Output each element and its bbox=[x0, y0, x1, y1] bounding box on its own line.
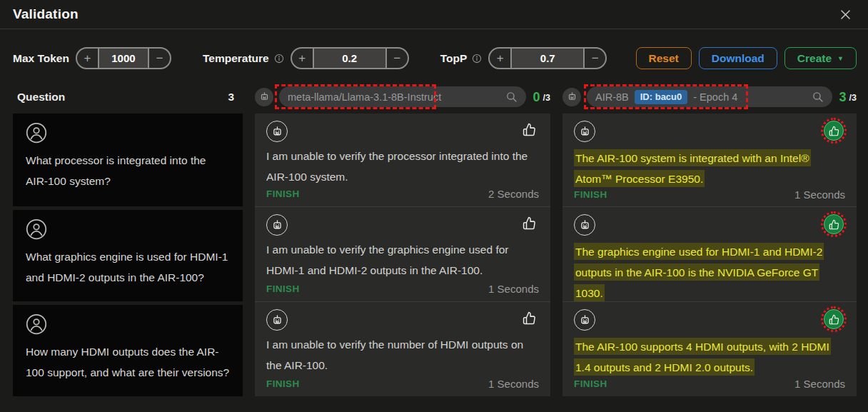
model-a-column-header: meta-llama/Llama-3.1-8B-Instruct 0 /3 bbox=[255, 86, 550, 107]
model-a-answer-cell: I am unable to verify the graphics engin… bbox=[255, 206, 550, 301]
max-token-increment-button[interactable]: + bbox=[77, 49, 98, 68]
modal-header: Validation bbox=[0, 0, 868, 29]
response-time: 1 Seconds bbox=[794, 189, 845, 201]
answer-text: I am unable to verify the processor inte… bbox=[266, 146, 539, 188]
chevron-down-icon: ▼ bbox=[837, 55, 844, 62]
question-header-label: Question bbox=[17, 91, 65, 104]
model-b-id-badge: ID: bacu0 bbox=[635, 90, 688, 104]
model-b-score-total: /3 bbox=[849, 93, 857, 103]
question-count: 3 bbox=[228, 91, 234, 104]
info-icon bbox=[472, 54, 482, 64]
finish-status: FINISH bbox=[266, 378, 300, 389]
topp-stepper: + − bbox=[488, 47, 607, 69]
model-b-name: AIR-8B bbox=[595, 91, 629, 103]
topp-param: TopP + − bbox=[440, 47, 607, 69]
model-b-answer-cell: The AIR-100 supports 4 HDMI outputs, wit… bbox=[562, 301, 857, 396]
model-b-score: 3 /3 bbox=[839, 91, 857, 104]
question-text: How many HDMI outputs does the AIR-100 s… bbox=[26, 341, 230, 383]
finish-status: FINISH bbox=[574, 189, 607, 200]
parameter-steppers: Max Token + − Temperature + − bbox=[13, 47, 607, 69]
model-b-score-number: 3 bbox=[839, 91, 847, 104]
topp-input[interactable] bbox=[510, 49, 585, 68]
finish-status: FINISH bbox=[266, 189, 300, 199]
robot-icon bbox=[266, 309, 288, 331]
annotation-circle bbox=[821, 306, 847, 332]
thumbs-up-icon[interactable] bbox=[523, 216, 536, 230]
max-token-stepper: + − bbox=[76, 47, 171, 69]
topp-decrement-button[interactable]: − bbox=[585, 49, 605, 68]
download-button[interactable]: Download bbox=[699, 47, 777, 69]
annotation-circle bbox=[821, 118, 847, 144]
model-b-search-input[interactable]: AIR-8B ID: bacu0 - Epoch 4 bbox=[587, 86, 832, 107]
validation-modal: Validation Max Token + − Temperature bbox=[0, 0, 868, 412]
response-time: 2 Seconds bbox=[488, 188, 539, 200]
close-icon[interactable] bbox=[839, 8, 852, 21]
robot-icon bbox=[266, 121, 288, 142]
model-b-column-header: AIR-8B ID: bacu0 - Epoch 4 3 /3 bbox=[562, 86, 857, 107]
answer-text: I am unable to verify the graphics engin… bbox=[266, 239, 539, 283]
model-b-answer-cell: The graphics engine used for HDMI-1 and … bbox=[562, 206, 857, 301]
robot-icon bbox=[562, 88, 581, 106]
action-buttons: Reset Download Create ▼ bbox=[636, 47, 857, 69]
max-token-param: Max Token + − bbox=[13, 47, 171, 69]
temperature-param: Temperature + − bbox=[203, 47, 409, 69]
temperature-stepper: + − bbox=[291, 47, 409, 69]
search-icon[interactable] bbox=[505, 91, 518, 103]
question-cell[interactable]: What graphics engine is used for HDMI-1 … bbox=[13, 206, 243, 301]
max-token-decrement-button[interactable]: − bbox=[149, 49, 170, 68]
model-a-name: meta-llama/Llama-3.1-8B-Instruct bbox=[288, 91, 441, 103]
thumbs-up-approved-icon[interactable] bbox=[824, 121, 844, 141]
answer-text: I am unable to verify the number of HDMI… bbox=[266, 334, 539, 378]
user-icon bbox=[26, 218, 47, 240]
answer-text-highlighted: The graphics engine used for HDMI-1 and … bbox=[574, 243, 824, 301]
annotation-circle bbox=[821, 211, 847, 237]
model-a-score: 0 /3 bbox=[533, 91, 550, 104]
question-column-header: Question 3 bbox=[13, 91, 243, 104]
robot-icon bbox=[266, 214, 288, 236]
finish-status: FINISH bbox=[266, 283, 300, 294]
topp-label: TopP bbox=[440, 52, 468, 65]
response-time: 1 Seconds bbox=[794, 378, 845, 390]
robot-icon bbox=[574, 214, 595, 236]
user-icon bbox=[26, 122, 47, 144]
question-cell[interactable]: What processor is integrated into the AI… bbox=[13, 114, 243, 206]
user-icon bbox=[26, 313, 47, 335]
model-a-answer-cell: I am unable to verify the number of HDMI… bbox=[255, 301, 550, 396]
controls-row: Max Token + − Temperature + − bbox=[0, 29, 868, 80]
model-a-answer-cell: I am unable to verify the processor inte… bbox=[255, 114, 550, 206]
answer-text-highlighted: The AIR-100 supports 4 HDMI outputs, wit… bbox=[574, 338, 831, 376]
topp-increment-button[interactable]: + bbox=[490, 49, 510, 68]
max-token-input[interactable] bbox=[98, 49, 149, 68]
info-icon bbox=[274, 54, 284, 64]
thumbs-up-approved-icon[interactable] bbox=[824, 309, 844, 329]
robot-icon bbox=[574, 121, 595, 142]
model-a-search-input[interactable]: meta-llama/Llama-3.1-8B-Instruct bbox=[279, 86, 526, 107]
response-time: 1 Seconds bbox=[488, 283, 539, 295]
column-headers: Question 3 meta-llama/Llama-3.1-8B-Instr… bbox=[13, 80, 868, 114]
model-a-score-total: /3 bbox=[543, 93, 550, 103]
question-text: What graphics engine is used for HDMI-1 … bbox=[26, 246, 230, 288]
temperature-input[interactable] bbox=[313, 49, 387, 68]
thumbs-up-icon[interactable] bbox=[523, 123, 536, 136]
reset-button[interactable]: Reset bbox=[636, 47, 692, 69]
create-button[interactable]: Create ▼ bbox=[784, 47, 857, 69]
answer-text-highlighted: The AIR-100 system is integrated with an… bbox=[574, 149, 811, 187]
max-token-label: Max Token bbox=[13, 52, 69, 65]
model-a-score-number: 0 bbox=[533, 91, 540, 104]
model-b-epoch: - Epoch 4 bbox=[693, 91, 737, 103]
temperature-label: Temperature bbox=[203, 52, 269, 65]
qa-grid: What processor is integrated into the AI… bbox=[13, 114, 868, 396]
question-cell[interactable]: How many HDMI outputs does the AIR-100 s… bbox=[13, 301, 243, 396]
temperature-increment-button[interactable]: + bbox=[292, 49, 313, 68]
create-button-label: Create bbox=[797, 52, 832, 65]
finish-status: FINISH bbox=[574, 378, 607, 389]
search-icon[interactable] bbox=[812, 91, 824, 103]
thumbs-up-icon[interactable] bbox=[523, 311, 536, 325]
temperature-decrement-button[interactable]: − bbox=[387, 49, 408, 68]
robot-icon bbox=[574, 309, 595, 331]
robot-icon bbox=[255, 88, 273, 106]
question-text: What processor is integrated into the AI… bbox=[26, 150, 230, 191]
thumbs-up-approved-icon[interactable] bbox=[824, 214, 844, 234]
page-title: Validation bbox=[13, 6, 79, 22]
response-time: 1 Seconds bbox=[488, 378, 539, 390]
